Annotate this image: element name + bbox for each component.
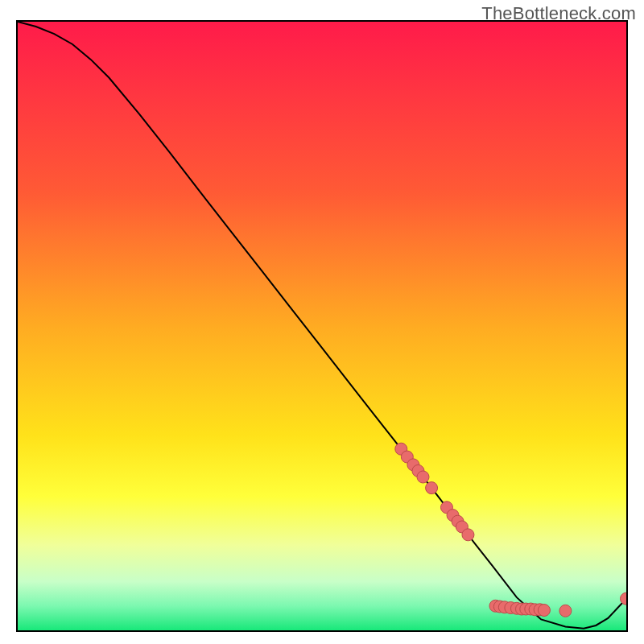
data-point — [559, 605, 572, 617]
scatter-points-group — [395, 443, 626, 617]
data-point — [621, 592, 627, 605]
data-point — [538, 605, 550, 617]
watermark-label: TheBottleneck.com — [481, 3, 636, 24]
data-point — [462, 529, 474, 541]
points-layer — [18, 22, 626, 630]
chart-container: TheBottleneck.com — [0, 0, 644, 644]
plot-area — [16, 20, 628, 632]
data-point — [417, 471, 429, 483]
data-point — [426, 482, 438, 494]
